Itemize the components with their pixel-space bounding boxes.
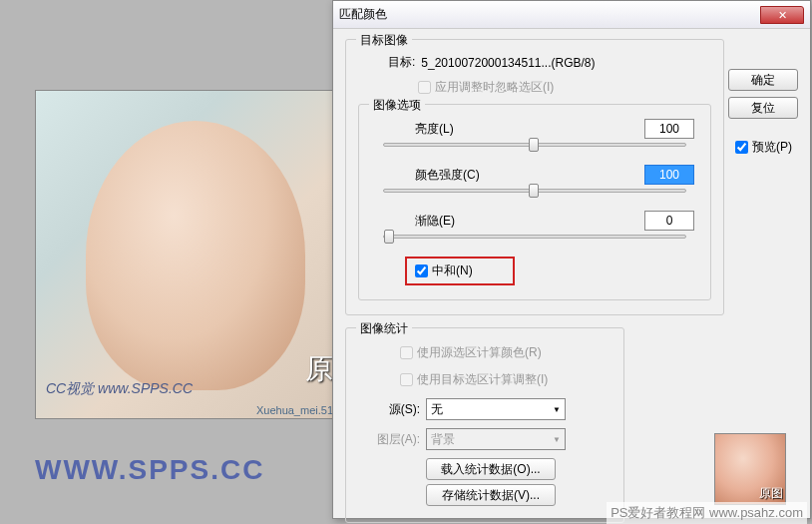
brightness-thumb[interactable] [529,138,539,152]
target-value: 5_2010072000134511...(RGB/8) [421,56,595,70]
preview-checkbox[interactable] [735,141,748,154]
intensity-label: 颜色强度(C) [375,167,480,184]
layer-label: 图层(A): [360,431,420,448]
save-stats-button[interactable]: 存储统计数据(V)... [426,484,556,506]
target-image-fieldset: 目标图像 目标: 5_2010072000134511...(RGB/8) 应用… [345,39,724,315]
source-select[interactable]: 无 ▼ [426,398,566,420]
neutralize-highlight: 中和(N) [405,257,515,285]
ignore-selection-checkbox [418,81,431,94]
ignore-selection-label: 应用调整时忽略选区(I) [435,79,554,96]
intensity-thumb[interactable] [529,184,539,198]
page-url-text: WWW.SPPS.CC [35,454,264,486]
source-label: 源(S): [360,401,420,418]
footer-watermark: PS爱好者教程网 www.psahz.com [607,502,807,524]
brightness-input[interactable] [644,119,694,139]
image-stats-fieldset: 图像统计 使用源选区计算颜色(R) 使用目标选区计算调整(I) 源(S): 无 … [345,327,624,523]
xuehua-credit: Xuehua_mei.51 [256,404,333,416]
document-canvas: CC视觉 www.SPPS.CC 原 Xuehua_mei.51 [35,90,339,419]
source-value: 无 [431,401,443,418]
preview-checkbox-row[interactable]: 预览(P) [735,139,792,156]
yuan-overlay-text: 原 [305,350,333,388]
reset-button[interactable]: 复位 [728,97,798,119]
fade-slider[interactable] [383,235,686,239]
thumb-yuan-label: 原图 [759,485,783,502]
load-stats-button[interactable]: 载入统计数据(O)... [426,458,556,480]
neutralize-checkbox[interactable] [415,264,428,277]
preview-label: 预览(P) [752,139,792,156]
target-label: 目标: [388,54,415,71]
image-options-fieldset: 图像选项 亮度(L) 颜色强度(C) [358,104,711,300]
image-options-legend: 图像选项 [369,97,425,114]
use-source-selection-label: 使用源选区计算颜色(R) [417,344,542,361]
image-stats-legend: 图像统计 [356,320,412,337]
intensity-group: 颜色强度(C) [375,165,694,193]
cc-watermark: CC视觉 www.SPPS.CC [46,380,193,398]
dropdown-arrow-icon: ▼ [553,405,561,414]
source-thumbnail: 原图 [714,433,786,505]
intensity-slider[interactable] [383,189,686,193]
portrait-image [86,121,305,390]
fade-input[interactable] [644,211,694,231]
target-image-legend: 目标图像 [356,32,412,49]
layer-select: 背景 ▼ [426,428,566,450]
fade-thumb[interactable] [384,230,394,244]
match-color-dialog: 匹配颜色 ✕ 确定 复位 预览(P) 目标图像 目标: 5_2010072000… [332,0,811,519]
ok-button[interactable]: 确定 [728,69,798,91]
brightness-slider[interactable] [383,143,686,147]
layer-value: 背景 [431,431,455,448]
brightness-group: 亮度(L) [375,119,694,147]
fade-group: 渐隐(E) [375,211,694,239]
use-target-selection-checkbox [400,373,413,386]
brightness-label: 亮度(L) [375,121,454,138]
use-source-selection-checkbox [400,346,413,359]
use-target-selection-label: 使用目标选区计算调整(I) [417,371,548,388]
dialog-title: 匹配颜色 [339,6,760,23]
neutralize-label: 中和(N) [432,262,473,279]
dialog-titlebar[interactable]: 匹配颜色 ✕ [333,1,810,29]
dropdown-arrow-icon: ▼ [553,435,561,444]
fade-label: 渐隐(E) [375,213,455,230]
intensity-input[interactable] [644,165,694,185]
close-button[interactable]: ✕ [760,6,804,24]
